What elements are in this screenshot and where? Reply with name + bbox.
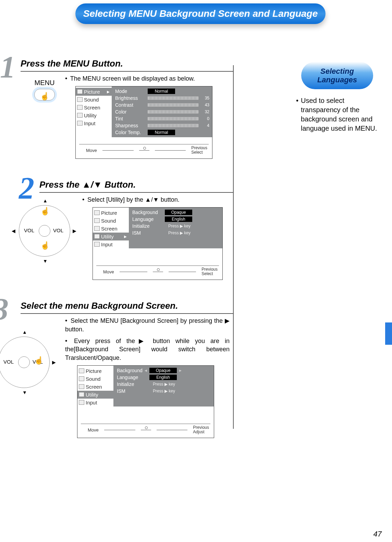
osd-row-background[interactable]: BackgroundOpaque <box>117 367 211 374</box>
osd-nav-picture[interactable]: Picture▶ <box>76 88 112 96</box>
step-3-title: Select the menu Background Screen. <box>21 301 233 314</box>
osd-row-initialize[interactable]: InitializePress ▶ key <box>132 223 220 229</box>
osd-row-background[interactable]: BackgroundOpaque <box>132 209 220 216</box>
triangle-left-icon: ◀ <box>12 228 15 234</box>
utility-icon <box>94 234 100 239</box>
bullet-icon: • <box>82 196 86 204</box>
osd-nav-utility[interactable]: Utility <box>76 111 112 119</box>
bullet-icon: • <box>65 337 69 345</box>
sidebar: Selecting Languages •Used to select tran… <box>289 62 385 133</box>
triangle-right-icon: ▶ <box>135 338 147 344</box>
osd-nav-input[interactable]: Input <box>77 399 113 406</box>
sidebar-text: •Used to select transparency of the back… <box>289 96 385 133</box>
osd-nav-sound[interactable]: Sound <box>76 96 112 104</box>
sidebar-heading-pill: Selecting Languages <box>301 62 373 89</box>
osd-nav-sound[interactable]: Sound <box>93 217 129 225</box>
vol-left-label: VOL <box>3 359 14 365</box>
osd-row-colortemp[interactable]: Color Temp.Normal <box>115 129 209 136</box>
osd-row-mode[interactable]: ModeNormal <box>115 88 209 95</box>
osd-nav-picture[interactable]: Picture <box>93 209 129 217</box>
dpad-center <box>39 225 50 237</box>
step-2: 2 Press the ▲/▼ Button. • Select [Utilit… <box>0 179 233 280</box>
osd-row-language[interactable]: LanguageEnglish <box>117 374 211 381</box>
osd-left-nav: Picture▶ Sound Screen Utility Input <box>76 86 112 137</box>
osd-footer: Move Previous Adjust <box>88 425 209 434</box>
osd-picture-menu: Picture▶ Sound Screen Utility Input Mode… <box>75 86 212 158</box>
triangle-down-icon: ▼ <box>93 179 102 190</box>
step-3: 3 Select the menu Background Screen. • S… <box>0 301 233 438</box>
joystick-icon <box>141 426 151 433</box>
triangle-right-icon: ▶ <box>52 360 56 365</box>
osd-nav-picture[interactable]: Picture <box>77 367 113 375</box>
slider-track <box>148 110 198 114</box>
osd-row-language[interactable]: LanguageEnglish <box>132 216 220 223</box>
step-3-desc-1: • Select the MENU [Background Screen] by… <box>65 317 230 333</box>
chevron-right-icon: ▶ <box>107 90 110 94</box>
osd-left-nav: Picture Sound Screen Utility Input <box>77 366 113 406</box>
osd-row-brightness[interactable]: Brightness35 <box>115 95 209 102</box>
footer-select: Select <box>191 150 207 155</box>
input-icon <box>94 242 100 247</box>
osd-footer: Move Previous Select <box>103 267 218 276</box>
osd-nav-sound[interactable]: Sound <box>77 375 113 383</box>
remote-menu-button: MENU ☝ <box>27 79 62 101</box>
osd-nav-input[interactable]: Input <box>93 240 129 248</box>
osd-nav-screen[interactable]: Screen <box>76 104 112 111</box>
sidebar-bullet: • <box>296 96 301 105</box>
content-column: 1 Press the MENU Button. • The MENU scre… <box>0 58 233 459</box>
step-1-desc: • The MENU screen will be displayed as b… <box>65 74 233 83</box>
input-icon <box>79 400 84 405</box>
step-2-desc: • Select [Utility] by the ▲/▼ button. <box>82 196 233 204</box>
triangle-up-icon: ▲ <box>22 329 27 335</box>
screen-icon <box>94 226 100 231</box>
triangle-right-icon: ▶ <box>225 317 230 324</box>
osd-row-tint[interactable]: Tint0 <box>115 115 209 122</box>
triangle-up-icon: ▲ <box>145 196 151 203</box>
joystick-icon <box>139 147 149 154</box>
step-3-desc-2: • Every press of the▶ button while you a… <box>65 337 230 362</box>
picture-icon <box>77 89 83 94</box>
pointer-hand-icon: ☝ <box>40 92 49 101</box>
osd-row-ism[interactable]: ISMPress ▶ key <box>132 229 220 236</box>
remote-dpad: ▲ ▼ ◀ ▶ VOL VOL ☝ ☝ <box>14 200 75 262</box>
footer-move: Move <box>86 148 97 153</box>
page-title-banner: Selecting MENU Background Screen and Lan… <box>75 3 326 24</box>
osd-nav-utility[interactable]: Utility▶ <box>93 233 129 240</box>
edge-tab <box>385 322 392 345</box>
step-3-number: 3 <box>0 297 9 322</box>
slider-track <box>148 96 198 100</box>
osd-row-color[interactable]: Color32 <box>115 108 209 115</box>
osd-nav-input[interactable]: Input <box>76 119 112 127</box>
joystick-icon <box>153 268 163 275</box>
screen-icon <box>77 105 83 110</box>
input-icon <box>77 121 83 126</box>
utility-icon <box>77 113 83 118</box>
slider-track <box>148 124 198 127</box>
osd-nav-screen[interactable]: Screen <box>77 383 113 391</box>
picture-icon <box>79 368 84 373</box>
slider-track <box>148 117 198 120</box>
osd-row-sharpness[interactable]: Sharpness4 <box>115 122 209 129</box>
osd-nav-screen[interactable]: Screen <box>93 225 129 233</box>
screen-icon <box>79 384 84 389</box>
triangle-right-icon: ▶ <box>73 228 76 234</box>
menu-button-shape: ☝ <box>34 89 55 101</box>
osd-footer: Move Previous Select <box>86 146 207 155</box>
remote-dpad: ▲ ▼ ◀ ▶ VOL VOL ☝ <box>0 331 55 393</box>
footer-select: Select <box>201 272 218 276</box>
step-2-title: Press the ▲/▼ Button. <box>39 179 233 193</box>
step-1-title: Press the MENU Button. <box>21 58 233 72</box>
osd-nav-utility[interactable]: Utility <box>77 391 113 399</box>
sound-icon <box>77 97 83 102</box>
osd-utility-menu: Picture Sound Screen Utility▶ Input Back… <box>93 207 223 280</box>
chevron-right-icon: ▶ <box>124 235 127 238</box>
osd-row-contrast[interactable]: Contrast43 <box>115 102 209 108</box>
triangle-up-icon: ▲ <box>82 179 91 190</box>
osd-row-initialize[interactable]: InitializePress ▶ key <box>117 381 211 388</box>
utility-icon <box>79 392 84 397</box>
pointer-hand-icon: ☝ <box>40 207 50 216</box>
pointer-hand-icon: ☝ <box>34 356 44 365</box>
page-title: Selecting MENU Background Screen and Lan… <box>83 8 318 19</box>
step-1-desc-text: The MENU screen will be displayed as bel… <box>70 75 195 82</box>
osd-row-ism[interactable]: ISMPress ▶ key <box>117 388 211 394</box>
